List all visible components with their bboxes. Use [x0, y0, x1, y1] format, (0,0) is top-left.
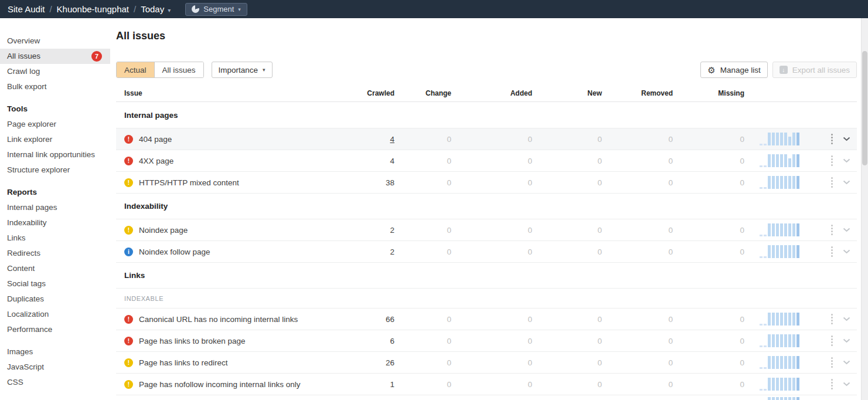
crawled-value[interactable]: 2 — [342, 248, 394, 256]
issue-row-page-has-links-to-broken-page[interactable]: ! Page has links to broken page 6 0 0 0 … — [116, 330, 857, 351]
sidebar-item-links[interactable]: Links — [0, 230, 110, 246]
issue-row-page-has-nofollow-incoming-internal-links-only[interactable]: ! Page has nofollow incoming internal li… — [116, 373, 857, 395]
crawled-value[interactable]: 4 — [342, 135, 394, 144]
issue-cell: ! HTTPS/HTTP mixed content — [116, 178, 342, 187]
removed-value: 0 — [602, 358, 673, 367]
sidebar-item-label: Bulk export — [7, 82, 47, 91]
history-sparkline-chart — [760, 378, 799, 391]
chevron-down-icon[interactable] — [843, 317, 850, 321]
chevron-down-icon[interactable] — [843, 228, 850, 232]
row-menu-kebab-icon[interactable] — [829, 153, 835, 168]
row-menu-kebab-icon[interactable] — [829, 377, 835, 392]
removed-value: 0 — [602, 315, 673, 324]
breadcrumb-project[interactable]: Khuonbe-tungphat — [57, 4, 129, 14]
sidebar-group-header-tools: Tools — [0, 101, 115, 117]
partial-next-row — [116, 395, 857, 400]
export-all-issues-button[interactable]: ↓ Export all issues — [772, 62, 857, 78]
sidebar-item-redirects[interactable]: Redirects — [0, 246, 110, 261]
issue-row-noindex-follow-page[interactable]: i Noindex follow page 2 0 0 0 0 0 — [116, 240, 857, 262]
toggle-actual-button[interactable]: Actual — [117, 62, 154, 77]
row-menu-kebab-icon[interactable] — [829, 244, 835, 259]
issue-label: Canonical URL has no incoming internal l… — [139, 315, 298, 324]
row-menu-kebab-icon[interactable] — [829, 131, 835, 147]
sidebar-item-indexability[interactable]: Indexability — [0, 215, 110, 230]
sidebar-item-label: CSS — [7, 378, 23, 387]
row-menu-kebab-icon[interactable] — [829, 175, 835, 190]
issues-table: IssueCrawledChangeAddedNewRemovedMissing… — [116, 84, 857, 400]
breadcrumb-separator: / — [134, 4, 136, 14]
sidebar-item-label: Localization — [7, 310, 49, 318]
sidebar-item-structure-explorer[interactable]: Structure explorer — [0, 162, 110, 178]
crawled-value[interactable]: 38 — [342, 178, 394, 187]
issue-label: 4XX page — [139, 157, 173, 165]
sidebar-item-images[interactable]: Images — [0, 344, 110, 360]
sidebar-item-localization[interactable]: Localization — [0, 307, 110, 322]
sidebar-item-crawl-log[interactable]: Crawl log — [0, 64, 110, 79]
table-header-row: IssueCrawledChangeAddedNewRemovedMissing — [116, 84, 857, 102]
sidebar-item-page-explorer[interactable]: Page explorer — [0, 117, 110, 132]
issue-cell: ! Page has links to broken page — [116, 337, 342, 345]
row-menu-kebab-icon[interactable] — [829, 311, 835, 327]
issue-row-4xx-page[interactable]: ! 4XX page 4 0 0 0 0 0 — [116, 150, 857, 171]
new-value: 0 — [532, 337, 602, 345]
history-sparkline-chart — [760, 154, 799, 167]
change-value: 0 — [394, 337, 451, 345]
crawled-value[interactable]: 6 — [342, 337, 394, 345]
importance-dropdown-button[interactable]: Importance ▾ — [212, 62, 273, 78]
crawled-value[interactable]: 4 — [342, 157, 394, 165]
issue-row-noindex-page[interactable]: ! Noindex page 2 0 0 0 0 0 — [116, 219, 857, 240]
chevron-down-icon[interactable] — [843, 382, 850, 387]
chevron-down-icon[interactable] — [843, 180, 850, 185]
change-value: 0 — [394, 178, 451, 187]
sidebar-item-css[interactable]: CSS — [0, 375, 110, 390]
sidebar-item-all-issues[interactable]: All issues7 — [0, 49, 110, 64]
sidebar-item-javascript[interactable]: JavaScript — [0, 360, 110, 375]
column-header-missing: Missing — [673, 89, 744, 97]
change-value: 0 — [394, 315, 451, 324]
chevron-down-icon[interactable] — [843, 158, 850, 163]
breadcrumb-product[interactable]: Site Audit — [8, 4, 45, 14]
manage-list-label: Manage list — [720, 66, 761, 74]
sidebar-item-social-tags[interactable]: Social tags — [0, 276, 110, 291]
warning-icon: ! — [124, 358, 133, 367]
sidebar-item-content[interactable]: Content — [0, 261, 110, 276]
column-header-crawled: Crawled — [342, 89, 394, 97]
issue-row-https-http-mixed-content[interactable]: ! HTTPS/HTTP mixed content 38 0 0 0 0 0 — [116, 171, 857, 193]
issue-cell: ! Page has nofollow incoming internal li… — [116, 380, 342, 389]
crawled-value[interactable]: 1 — [342, 380, 394, 389]
row-menu-kebab-icon[interactable] — [829, 333, 835, 348]
crawled-value[interactable]: 66 — [342, 315, 394, 324]
issue-row-canonical-url-has-no-incoming-internal-links[interactable]: ! Canonical URL has no incoming internal… — [116, 308, 857, 330]
sidebar: OverviewAll issues7Crawl logBulk exportT… — [0, 18, 115, 400]
chevron-down-icon[interactable] — [843, 338, 850, 343]
manage-list-button[interactable]: ⚙ Manage list — [700, 62, 768, 78]
sidebar-item-bulk-export[interactable]: Bulk export — [0, 79, 110, 94]
sidebar-item-label: Performance — [7, 325, 52, 334]
issue-row-page-has-links-to-redirect[interactable]: ! Page has links to redirect 26 0 0 0 0 … — [116, 351, 857, 373]
sidebar-item-performance[interactable]: Performance — [0, 322, 110, 337]
sidebar-item-internal-pages[interactable]: Internal pages — [0, 200, 110, 215]
row-actions-cell — [744, 330, 857, 351]
toggle-all-issues-button[interactable]: All issues — [154, 62, 203, 77]
issue-row-404-page[interactable]: ! 404 page 4 0 0 0 0 0 — [116, 128, 857, 150]
chevron-down-icon[interactable] — [843, 137, 850, 141]
chevron-down-icon[interactable] — [843, 360, 850, 365]
crawled-value[interactable]: 2 — [342, 226, 394, 235]
issue-label: 404 page — [139, 135, 172, 144]
sidebar-item-duplicates[interactable]: Duplicates — [0, 291, 110, 307]
vertical-scrollbar[interactable] — [861, 18, 868, 400]
breadcrumb-date-dropdown[interactable]: Today▾ — [141, 4, 171, 14]
scrollbar-thumb[interactable] — [862, 51, 867, 165]
sidebar-item-link-explorer[interactable]: Link explorer — [0, 132, 110, 147]
row-menu-kebab-icon[interactable] — [829, 355, 835, 370]
missing-value: 0 — [673, 248, 744, 256]
sidebar-item-internal-link-opportunities[interactable]: Internal link opportunities — [0, 147, 110, 162]
sidebar-item-label: Images — [7, 347, 33, 356]
row-menu-kebab-icon[interactable] — [829, 222, 835, 238]
chevron-down-icon[interactable] — [843, 249, 850, 254]
crawled-value[interactable]: 26 — [342, 358, 394, 367]
sidebar-item-label: Redirects — [7, 249, 40, 257]
sidebar-item-overview[interactable]: Overview — [0, 33, 110, 49]
topbar: Site Audit / Khuonbe-tungphat / Today▾ S… — [0, 0, 868, 18]
segment-button[interactable]: Segment ▾ — [185, 3, 247, 16]
